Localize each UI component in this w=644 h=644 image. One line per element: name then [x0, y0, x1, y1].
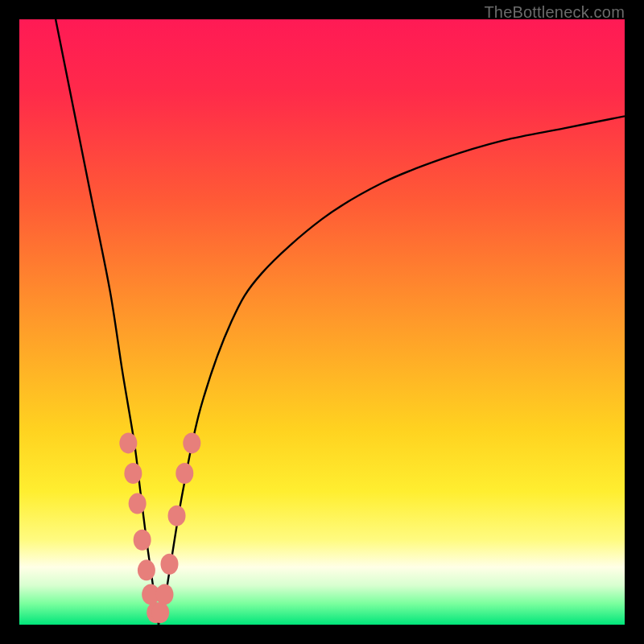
highlight-node	[168, 506, 186, 526]
plot-area	[19, 19, 625, 625]
gradient-rect	[19, 19, 625, 625]
highlight-node	[155, 584, 173, 605]
chart-frame: TheBottleneck.com	[0, 0, 644, 644]
highlight-node	[124, 463, 142, 484]
highlight-node	[134, 530, 151, 551]
highlight-node	[129, 493, 147, 514]
highlight-node	[161, 554, 179, 575]
highlight-node	[138, 559, 155, 580]
highlight-node	[119, 432, 137, 453]
highlight-node	[183, 432, 200, 453]
chart-svg	[19, 19, 625, 625]
highlight-node	[175, 463, 193, 484]
highlight-node	[151, 602, 169, 623]
